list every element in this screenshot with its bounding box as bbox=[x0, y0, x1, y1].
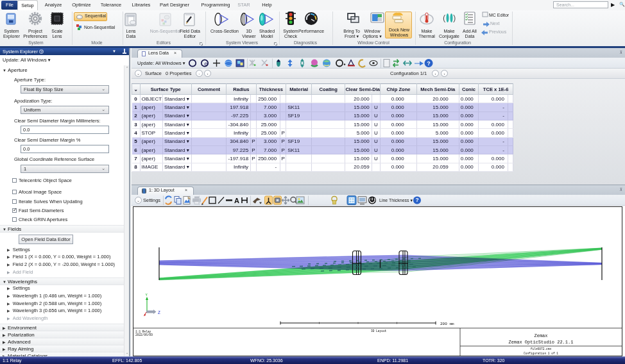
svg-text:A: A bbox=[234, 197, 239, 204]
svg-text:?: ? bbox=[427, 60, 431, 67]
svg-text:Zemax OpticStudio 22.1.1: Zemax OpticStudio 22.1.1 bbox=[509, 340, 574, 345]
svg-text:(: ( bbox=[443, 13, 446, 22]
svg-text:?: ? bbox=[415, 197, 418, 203]
svg-text:Configuration 1 of 1: Configuration 1 of 1 bbox=[524, 352, 558, 355]
svg-text:Z: Z bbox=[158, 311, 160, 315]
svg-text:Zemax: Zemax bbox=[534, 333, 547, 338]
svg-text:file6872.cmn: file6872.cmn bbox=[531, 347, 552, 351]
svg-text:): ) bbox=[453, 13, 456, 22]
svg-text:200 mm: 200 mm bbox=[440, 322, 454, 326]
svg-text:2022/06/09: 2022/06/09 bbox=[135, 333, 153, 336]
svg-text:3D Layout: 3D Layout bbox=[371, 329, 387, 333]
